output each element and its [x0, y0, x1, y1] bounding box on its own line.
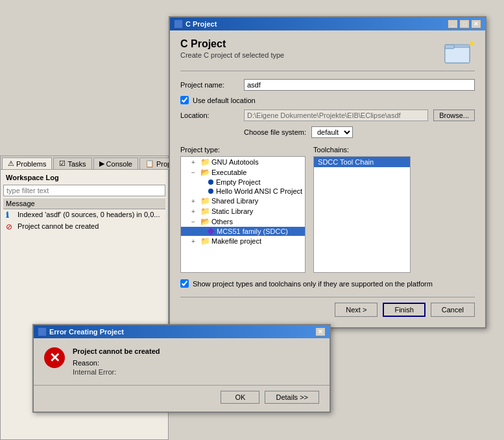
error-detail-text: Internal Error: [73, 368, 160, 376]
error-details-button[interactable]: Details >> [265, 391, 319, 404]
error-body: ✕ Project cannot be created Reason: Inte… [34, 338, 330, 385]
next-button[interactable]: Next > [335, 303, 378, 317]
show-supported-row: Show project types and toolchains only i… [180, 279, 475, 288]
expand-icon: + [191, 208, 199, 215]
tree-item-mcs51[interactable]: MCS51 family (SDCC) [181, 227, 305, 236]
expand-icon: − [191, 169, 199, 176]
use-default-location-row: Use default location [180, 96, 475, 104]
info-icon: ℹ [6, 211, 15, 220]
tree-item-empty-project[interactable]: Empty Project [181, 178, 305, 187]
dialog-header-text: C Project Create C project of selected t… [180, 38, 284, 59]
error-text-block: Project cannot be created Reason: Intern… [73, 347, 160, 376]
dialog-subtitle: Create C project of selected type [180, 51, 284, 59]
tree-item-gnu-autotools[interactable]: + 📁 GNU Autotools [181, 157, 305, 167]
dialog-titlebar: C Project _ □ ✕ [170, 17, 485, 30]
error-dialog: Error Creating Project ✕ ✕ Project canno… [32, 324, 331, 413]
dialog-window-icon [174, 19, 183, 29]
maximize-button[interactable]: □ [459, 19, 470, 29]
tree-item-executable[interactable]: − 📂 Executable [181, 167, 305, 178]
folder-icon: 📁 [200, 237, 210, 246]
expand-icon: + [191, 159, 199, 166]
project-name-row: Project name: [180, 79, 475, 91]
tree-item-others[interactable]: − 📂 Others [181, 216, 305, 227]
svg-rect-2 [445, 45, 454, 49]
list-item: ⊘ Project cannot be created [3, 221, 165, 233]
tab-problems[interactable]: ⚠ Problems [2, 157, 52, 169]
location-label: Location: [180, 111, 239, 119]
toolchain-list[interactable]: SDCC Tool Chain [313, 156, 411, 273]
finish-button[interactable]: Finish [383, 303, 425, 317]
location-input[interactable] [244, 110, 428, 121]
project-dot-icon [208, 189, 213, 194]
svg-text:★: ★ [468, 39, 475, 48]
project-type-col: Project type: + 📁 GNU Autotools − 📂 Exec… [180, 146, 306, 273]
error-window-icon [38, 327, 47, 336]
tab-tasks[interactable]: ☑ Tasks [53, 157, 91, 169]
svg-rect-1 [445, 47, 470, 63]
panel-tabs: ⚠ Problems ☑ Tasks ▶ Console 📋 Propert [1, 156, 168, 170]
expand-icon: + [191, 198, 199, 205]
show-supported-checkbox[interactable] [180, 279, 189, 288]
error-titlebar: Error Creating Project ✕ [34, 325, 330, 338]
filesystem-select[interactable]: default [311, 126, 353, 138]
expand-icon: + [191, 238, 199, 245]
toolchains-col: Toolchains: SDCC Tool Chain [313, 146, 411, 273]
browse-button[interactable]: Browse... [433, 110, 475, 121]
folder-icon: 📂 [200, 217, 210, 226]
error-icon: ⊘ [6, 222, 15, 231]
c-project-dialog: C Project _ □ ✕ C Project Create C proje… [169, 16, 486, 329]
dialog-body: C Project Create C project of selected t… [170, 30, 485, 327]
project-name-input[interactable] [244, 79, 475, 91]
folder-star-icon: ★ [444, 38, 475, 64]
tree-item-makefile[interactable]: + 📁 Makefile project [181, 236, 305, 246]
error-window-controls: ✕ [315, 327, 326, 336]
project-dot-icon [208, 179, 213, 185]
folder-icon: 📂 [200, 168, 210, 177]
dialog-main-title: C Project [180, 38, 284, 50]
error-dialog-title: Error Creating Project [49, 328, 124, 336]
folder-icon: 📁 [200, 207, 210, 216]
panel-content: Workspace Log Message ℹ Indexed 'asdf' (… [1, 170, 168, 235]
project-type-label: Project type: [180, 146, 306, 154]
project-type-tree[interactable]: + 📁 GNU Autotools − 📂 Executable E [180, 156, 306, 273]
toolchain-item-sdcc[interactable]: SDCC Tool Chain [314, 157, 410, 167]
properties-icon: 📋 [145, 159, 154, 168]
titlebar-left: C Project [174, 19, 217, 29]
error-reason-label: Reason: [73, 359, 160, 367]
toolchains-label: Toolchains: [313, 146, 411, 154]
console-icon: ▶ [99, 159, 104, 168]
error-buttons: OK Details >> [34, 385, 330, 411]
filesystem-label: Choose file system: [244, 128, 306, 136]
show-supported-label: Show project types and toolchains only i… [193, 280, 433, 288]
error-ok-button[interactable]: OK [221, 391, 259, 404]
tree-item-static-library[interactable]: + 📁 Static Library [181, 206, 305, 216]
use-default-location-checkbox[interactable] [180, 96, 189, 104]
minimize-button[interactable]: _ [448, 19, 458, 29]
folder-icon: 📁 [200, 196, 210, 205]
list-item: ℹ Indexed 'asdf' (0 sources, 0 headers) … [3, 209, 165, 221]
tab-console[interactable]: ▶ Console [93, 157, 138, 169]
type-toolchain-section: Project type: + 📁 GNU Autotools − 📂 Exec… [180, 146, 475, 273]
dialog-header: C Project Create C project of selected t… [180, 38, 475, 71]
dialog-header-icon: ★ [444, 38, 475, 64]
close-button[interactable]: ✕ [471, 19, 481, 29]
error-close-button[interactable]: ✕ [315, 327, 326, 336]
panel-section-title: Workspace Log [3, 172, 165, 183]
diamond-icon [207, 227, 214, 235]
error-symbol-icon: ✕ [44, 347, 65, 368]
tree-item-hello-world[interactable]: Hello World ANSI C Project [181, 187, 305, 196]
use-default-location-label: Use default location [193, 97, 256, 104]
message-column-header: Message [3, 198, 165, 209]
tree-item-shared-library[interactable]: + 📁 Shared Library [181, 196, 305, 206]
dialog-title: C Project [186, 20, 217, 28]
project-name-label: Project name: [180, 81, 239, 89]
filesystem-row: Choose file system: default [244, 126, 475, 138]
filter-input[interactable] [3, 185, 165, 196]
tasks-icon: ☑ [59, 159, 66, 168]
location-row: Location: Browse... [180, 110, 475, 121]
cancel-button[interactable]: Cancel [431, 303, 475, 317]
error-main-text: Project cannot be created [73, 347, 160, 355]
problems-icon: ⚠ [8, 159, 14, 168]
dialog-buttons: Next > Finish Cancel [180, 297, 475, 319]
error-titlebar-left: Error Creating Project [38, 327, 124, 336]
